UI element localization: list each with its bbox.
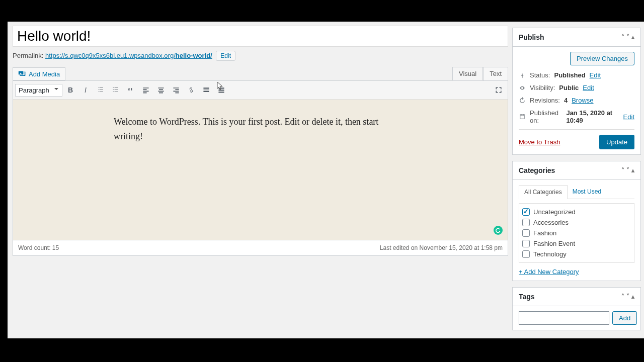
category-checkbox[interactable] — [522, 219, 530, 226]
visibility-icon — [519, 84, 526, 92]
numbered-list-button[interactable] — [109, 83, 123, 97]
panel-down-icon[interactable]: ˅ — [626, 34, 629, 41]
category-checkbox[interactable] — [522, 250, 530, 258]
category-label: Fashion — [533, 229, 556, 237]
update-button[interactable]: Update — [599, 135, 634, 149]
editor-footer: Word count: 15 Last edited on November 1… — [13, 240, 508, 256]
editor-toolbar: Paragraph B I — [13, 80, 508, 100]
panel-toggle-icon[interactable]: ▴ — [631, 34, 634, 41]
category-label: Fashion Event — [533, 240, 575, 247]
category-item: Uncategorized — [522, 207, 631, 217]
category-item: Fashion Event — [522, 238, 631, 249]
pin-icon — [519, 72, 526, 79]
publish-panel: Publish ˄ ˅ ▴ Preview Changes Status: Pu… — [512, 28, 641, 155]
panel-down-icon[interactable]: ˅ — [626, 167, 629, 174]
last-edited: Last edited on November 15, 2020 at 1:58… — [380, 244, 503, 251]
category-item: Fashion — [522, 228, 631, 238]
edit-published-link[interactable]: Edit — [623, 113, 634, 121]
bold-button[interactable]: B — [63, 83, 77, 97]
permalink-edit-button[interactable]: Edit — [216, 51, 235, 61]
category-item: Technology — [522, 249, 631, 259]
edit-status-link[interactable]: Edit — [590, 71, 601, 79]
toolbar-toggle-button[interactable] — [214, 83, 228, 97]
panel-toggle-icon[interactable]: ▴ — [631, 167, 634, 174]
format-select[interactable]: Paragraph — [15, 84, 62, 97]
browse-revisions-link[interactable]: Browse — [572, 97, 593, 104]
add-new-category-link[interactable]: + Add New Category — [519, 268, 579, 276]
panel-toggle-icon[interactable]: ▴ — [631, 293, 634, 300]
align-right-button[interactable] — [169, 83, 183, 97]
panel-down-icon[interactable]: ˅ — [626, 293, 629, 300]
panel-up-icon[interactable]: ˄ — [621, 167, 624, 174]
category-checkbox[interactable] — [522, 208, 530, 216]
bullet-list-button[interactable] — [94, 83, 108, 97]
panel-up-icon[interactable]: ˄ — [621, 34, 624, 41]
add-media-button[interactable]: Add Media — [13, 67, 65, 80]
quote-button[interactable] — [124, 83, 138, 97]
read-more-button[interactable] — [199, 83, 213, 97]
calendar-icon — [519, 113, 526, 120]
editor-mode-tabs: Visual Text — [452, 67, 508, 80]
add-tag-button[interactable]: Add — [612, 311, 637, 325]
categories-heading: Categories — [519, 166, 555, 174]
category-checkbox[interactable] — [522, 240, 530, 247]
category-list: UncategorizedAccessoriesFashionFashion E… — [519, 203, 634, 263]
fullscreen-button[interactable] — [492, 83, 506, 97]
panel-up-icon[interactable]: ˄ — [621, 293, 624, 300]
grammarly-icon[interactable] — [494, 226, 503, 235]
move-to-trash-link[interactable]: Move to Trash — [519, 138, 560, 146]
italic-button[interactable]: I — [78, 83, 93, 97]
align-center-button[interactable] — [154, 83, 168, 97]
tab-text[interactable]: Text — [483, 67, 508, 80]
category-checkbox[interactable] — [522, 229, 530, 237]
post-title-input[interactable] — [13, 26, 508, 47]
tags-heading: Tags — [519, 293, 535, 301]
categories-panel: Categories ˄ ˅ ▴ All Categories Most Use… — [512, 161, 641, 281]
tab-all-categories[interactable]: All Categories — [519, 185, 568, 199]
word-count: Word count: 15 — [18, 244, 59, 251]
tab-most-used[interactable]: Most Used — [568, 185, 606, 199]
category-label: Uncategorized — [533, 208, 576, 216]
link-button[interactable] — [184, 83, 198, 97]
permalink-url[interactable]: https://s.qwc0q9x5xs6bl.eu1.wpsandbox.or… — [45, 52, 212, 59]
category-label: Accessories — [533, 219, 569, 226]
tab-visual[interactable]: Visual — [452, 67, 483, 80]
revisions-icon — [519, 97, 526, 104]
post-content-text: Welcome to WordPress. This is your first… — [114, 117, 378, 141]
publish-heading: Publish — [519, 33, 544, 41]
category-label: Technology — [533, 250, 567, 258]
preview-changes-button[interactable]: Preview Changes — [570, 52, 634, 65]
edit-visibility-link[interactable]: Edit — [583, 84, 594, 92]
category-item: Accessories — [522, 217, 631, 228]
permalink-row: Permalink: https://s.qwc0q9x5xs6bl.eu1.w… — [13, 51, 508, 61]
tags-input[interactable] — [519, 311, 609, 325]
editor-content[interactable]: Welcome to WordPress. This is your first… — [13, 100, 508, 240]
permalink-label: Permalink: — [13, 52, 45, 59]
media-icon — [18, 70, 26, 78]
align-left-button[interactable] — [139, 83, 153, 97]
tags-panel: Tags ˄ ˅ ▴ Add — [512, 287, 641, 330]
